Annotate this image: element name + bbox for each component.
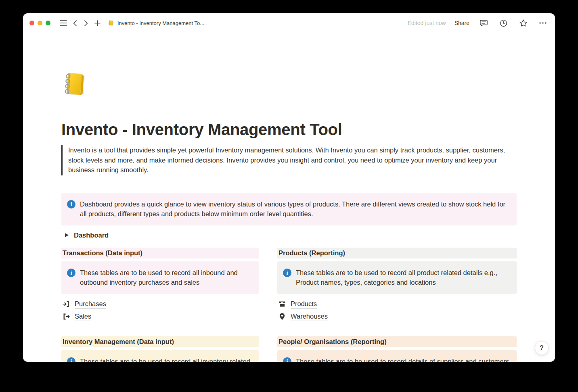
products-links: Products Warehouses [277,298,517,323]
location-pin-icon [278,313,286,321]
column-right: Products (Reporting) i These tables are … [277,248,517,362]
info-icon: i [283,357,291,362]
favorite-star-icon[interactable] [517,17,529,29]
products-callout: i These tables are to be used to record … [277,261,517,294]
app-window: Invento - Inventory Management To... Edi… [23,13,555,362]
dashboard-toggle[interactable]: Dashboard [61,230,517,240]
archive-box-icon [278,300,286,308]
transactions-callout-text: These tables are to be used to record al… [80,268,252,288]
titlebar: Invento - Inventory Management To... Edi… [23,13,555,33]
traffic-lights [29,21,50,25]
forward-icon[interactable] [80,17,92,29]
zoom-button[interactable] [46,21,50,25]
info-icon: i [67,357,75,362]
inventory-callout-text: These tables are to be used to record al… [80,357,252,362]
page-content: Invento - Inventory Management Tool Inve… [23,33,555,362]
edited-status: Edited just now [408,20,446,26]
warehouses-link-label[interactable]: Warehouses [291,313,328,321]
dashboard-callout-text: Dashboard provides a quick glance to vie… [80,199,510,219]
heading-transactions: Transactions (Data input) [61,248,259,259]
inventory-callout: i These tables are to be used to record … [61,350,259,362]
products-link-label[interactable]: Products [291,300,317,309]
comments-icon[interactable] [478,17,489,29]
heading-inventory-management: Inventory Management (Data input) [61,336,259,347]
toggle-arrow-icon[interactable] [65,233,69,237]
page-link-purchases[interactable]: Purchases [61,298,259,311]
ledger-notebook-icon [108,20,115,27]
transactions-callout: i These tables are to be used to record … [61,261,259,294]
minimize-button[interactable] [38,21,42,25]
history-clock-icon[interactable] [498,17,509,29]
columns: Transactions (Data input) i These tables… [61,248,517,362]
door-exit-icon [62,313,70,321]
info-icon: i [283,269,291,277]
page-title: Invento - Inventory Management Tool [61,121,517,139]
transactions-links: Purchases Sales [61,298,259,323]
purchases-link-label[interactable]: Purchases [75,300,106,309]
more-options-icon[interactable] [537,17,549,29]
heading-products: Products (Reporting) [277,248,517,259]
info-icon: i [67,200,75,209]
titlebar-actions: Edited just now Share [408,17,549,29]
page-ledger-notebook-icon[interactable] [61,71,90,100]
column-left: Transactions (Data input) i These tables… [61,248,259,362]
page-link-sales[interactable]: Sales [61,311,259,323]
people-callout: i These tables are to be used to record … [277,350,517,362]
sidebar-toggle-icon[interactable] [58,17,69,29]
info-icon: i [67,269,75,277]
intro-quote: Invento is a tool that provides simple y… [61,145,517,175]
heading-people-organisations: People/ Organisations (Reporting) [277,336,517,347]
door-enter-icon [62,300,70,308]
close-button[interactable] [29,21,34,25]
people-callout-text: These tables are to be used to record de… [296,357,509,362]
new-tab-icon[interactable] [92,17,103,29]
share-button[interactable]: Share [454,20,469,26]
products-callout-text: These tables are to be used to record al… [296,268,510,288]
page-link-warehouses[interactable]: Warehouses [277,311,517,323]
help-button[interactable]: ? [535,341,549,355]
page-link-products[interactable]: Products [277,298,517,311]
sales-link-label[interactable]: Sales [75,313,91,321]
dashboard-callout: i Dashboard provides a quick glance to v… [61,193,517,225]
breadcrumb[interactable]: Invento - Inventory Management To... [108,20,204,27]
tab-title: Invento - Inventory Management To... [117,20,204,26]
back-icon[interactable] [69,17,80,29]
dashboard-toggle-label: Dashboard [74,231,109,239]
